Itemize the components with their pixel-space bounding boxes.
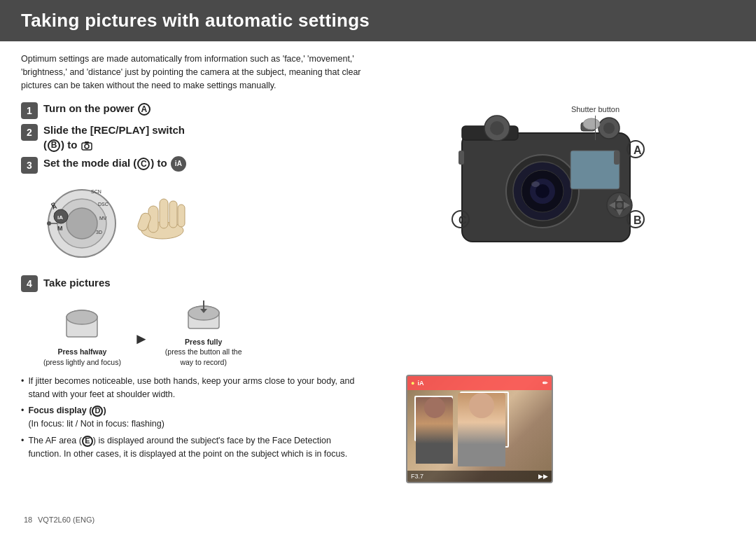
step-number-2: 2	[21, 124, 38, 141]
svg-text:MV: MV	[99, 216, 107, 221]
step-3-text: Set the mode dial (C) to iA	[43, 156, 187, 172]
bullet-dot-1: •	[21, 375, 24, 388]
shutter-button-label: Shutter button	[571, 105, 620, 140]
intro-text: Optimum settings are made automatically …	[21, 53, 385, 92]
press-fully-caption: Press fully (press the button all the wa…	[162, 337, 246, 368]
press-fully-group: Press fully (press the button all the wa…	[162, 299, 246, 368]
svg-point-31	[531, 181, 540, 187]
step-number-1: 1	[21, 102, 38, 119]
svg-point-56	[66, 310, 97, 324]
page-title: Taking pictures with automatic settings	[21, 10, 735, 32]
camera-illustration: Shutter button	[385, 102, 693, 256]
display-bottom-bar: F3.7 ▶▶	[407, 471, 552, 482]
label-b: B	[48, 139, 60, 152]
svg-rect-21	[169, 201, 177, 228]
step-4-text: Take pictures	[43, 276, 111, 290]
press-halfway-icon	[61, 309, 103, 344]
display-top-bar: ● iA ✏	[407, 376, 552, 390]
page: Taking pictures with automatic settings …	[0, 0, 756, 533]
press-halfway-group: Press halfway (press lightly and focus)	[43, 309, 121, 367]
step-number-3: 3	[21, 157, 38, 174]
person-2-head	[469, 393, 494, 418]
svg-text:DSC: DSC	[98, 202, 108, 207]
svg-text:SCN: SCN	[91, 189, 102, 194]
camera-display-area: D E ● iA ✏	[378, 375, 644, 483]
svg-rect-53	[614, 151, 620, 165]
svg-point-1	[85, 144, 89, 148]
svg-point-40	[617, 202, 622, 208]
page-header: Taking pictures with automatic settings	[0, 0, 756, 41]
svg-text:M: M	[57, 225, 63, 232]
mode-dial-svg: P A S M iA SCN DSC MV 3D	[43, 178, 134, 269]
svg-point-37	[490, 121, 504, 135]
camera-display: ● iA ✏	[406, 375, 553, 483]
bottom-bullets: • If jitter becomes noticeable, use both…	[21, 375, 364, 483]
hand-svg	[127, 178, 197, 241]
svg-text:A: A	[634, 144, 642, 156]
shutter-buttons-row: Press halfway (press lightly and focus) …	[43, 299, 735, 368]
bullet-2: • Focus display (D) (In focus: lit / Not…	[21, 404, 364, 431]
page-number: 18 VQT2L60 (ENG)	[21, 514, 94, 525]
step-1-text: Turn on the power A	[43, 102, 151, 116]
press-fully-icon	[183, 299, 225, 334]
person-1	[416, 397, 453, 464]
camera-body-area: Shutter button	[420, 102, 658, 256]
step-number-4: 4	[21, 275, 38, 292]
person-2	[458, 393, 505, 466]
person-1-head	[424, 397, 445, 418]
bullet-dot-2: •	[21, 404, 24, 417]
step-4-header: 4 Take pictures	[21, 275, 735, 292]
bottom-section: • If jitter becomes noticeable, use both…	[21, 375, 735, 483]
svg-rect-32	[570, 151, 620, 189]
svg-rect-2	[85, 141, 89, 144]
svg-text:3D: 3D	[96, 230, 102, 235]
ia-label: iA	[171, 156, 186, 172]
bullet-1: • If jitter becomes noticeable, use both…	[21, 375, 364, 401]
mode-dial-area: P A S M iA SCN DSC MV 3D	[43, 178, 385, 269]
svg-text:iA: iA	[57, 214, 63, 221]
svg-rect-52	[458, 151, 464, 165]
press-halfway-caption: Press halfway (press lightly and focus)	[43, 347, 121, 367]
step-2-text: Slide the [REC/PLAY] switch (B) to	[43, 123, 185, 152]
camera-mode-icon	[80, 139, 93, 152]
step-2: 2 Slide the [REC/PLAY] switch (B) to	[21, 123, 385, 152]
svg-rect-22	[178, 205, 185, 227]
arrow-icon: ►	[134, 330, 149, 348]
step-4-section: 4 Take pictures Press halfway (press lig…	[21, 275, 735, 368]
steps-left: 1 Turn on the power A 2 Slide the [REC/P…	[21, 102, 385, 269]
svg-text:B: B	[634, 214, 642, 226]
step-1: 1 Turn on the power A	[21, 102, 385, 119]
svg-rect-20	[160, 199, 168, 228]
bullet-dot-3: •	[21, 434, 24, 448]
camera-svg: A B C	[420, 102, 658, 249]
label-c: C	[137, 158, 150, 170]
svg-text:C: C	[458, 214, 467, 226]
step-3: 3 Set the mode dial (C) to iA	[21, 156, 385, 174]
svg-point-5	[66, 208, 97, 239]
main-content: Optimum settings are made automatically …	[0, 41, 756, 490]
steps-camera-row: 1 Turn on the power A 2 Slide the [REC/P…	[21, 102, 735, 269]
bullet-3: • The AF area (E) is displayed around th…	[21, 434, 364, 461]
label-a: A	[138, 103, 150, 116]
